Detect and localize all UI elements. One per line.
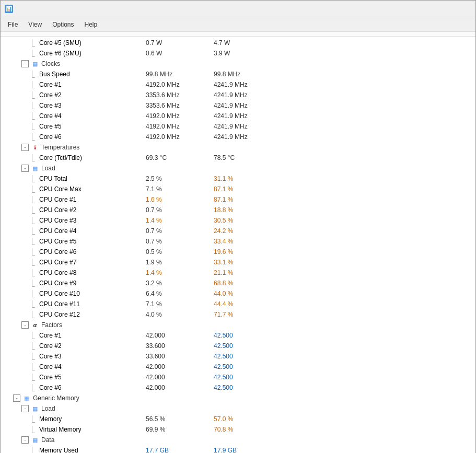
minimize-button[interactable] [425, 3, 440, 15]
sensor-max: 42.500 [214, 383, 233, 392]
max-cell: 42.500 [214, 362, 282, 371]
sensor-label: CPU Core #5 [39, 237, 76, 246]
sensor-label-cell: CPU Core #5 [5, 237, 146, 246]
table-row[interactable]: - ▦ Generic Memory [1, 393, 475, 403]
table-row[interactable]: CPU Core #2 0.7 % 18.8 % [1, 205, 475, 215]
toggle-factors[interactable]: - [21, 321, 29, 329]
value-cell: 0.7 W [146, 38, 214, 48]
table-row[interactable]: CPU Core Max 7.1 % 87.1 % [1, 184, 475, 194]
max-cell: 87.1 % [214, 195, 282, 204]
table-row[interactable]: CPU Core #5 0.7 % 33.4 % [1, 236, 475, 247]
table-row[interactable]: Core #4 42.000 42.500 [1, 362, 475, 372]
max-cell: 44.0 % [214, 289, 282, 298]
table-row[interactable]: CPU Core #12 4.0 % 71.7 % [1, 309, 475, 320]
table-row[interactable]: CPU Total 2.5 % 31.1 % [1, 173, 475, 184]
maximize-button[interactable] [441, 3, 456, 15]
sensor-max: 42.500 [214, 362, 233, 371]
table-row[interactable]: - ▦ Load [1, 163, 475, 173]
value-cell: 1.4 % [146, 268, 214, 277]
load-icon: ▦ [31, 165, 39, 172]
table-row[interactable]: Core #6 42.000 42.500 [1, 382, 475, 393]
sensor-value: 4192.0 MHz [146, 80, 180, 89]
sensor-value: 56.5 % [146, 414, 165, 424]
sensor-value: 0.7 % [146, 226, 162, 236]
sensor-value: 33.600 [146, 352, 165, 361]
table-row[interactable]: CPU Core #8 1.4 % 21.1 % [1, 268, 475, 278]
sensor-max: 17.9 GB [214, 446, 237, 453]
table-row[interactable]: Bus Speed 99.8 MHz 99.8 MHz [1, 69, 475, 79]
table-row[interactable]: Core (Tctl/Tdie) 69.3 °C 78.5 °C [1, 153, 475, 163]
sensor-label-cell: Core #6 [5, 132, 146, 142]
sensor-label: CPU Core #4 [39, 226, 76, 236]
menu-view[interactable]: View [23, 19, 47, 30]
table-row[interactable]: Core #3 3353.6 MHz 4241.9 MHz [1, 100, 475, 111]
table-row[interactable]: CPU Core #4 0.7 % 24.2 % [1, 226, 475, 236]
table-row[interactable]: CPU Core #1 1.6 % 87.1 % [1, 194, 475, 205]
value-cell: 2.5 % [146, 174, 214, 183]
sensor-label-cell: Core #3 [5, 101, 146, 110]
toggle-data[interactable]: - [21, 436, 29, 444]
table-row[interactable]: CPU Core #10 6.4 % 44.0 % [1, 288, 475, 299]
max-cell: 3.9 W [214, 49, 282, 58]
close-button[interactable] [457, 3, 471, 15]
table-row[interactable]: - ▦ Data [1, 435, 475, 445]
table-row[interactable]: CPU Core #9 3.2 % 68.8 % [1, 278, 475, 288]
sensor-label-cell: CPU Total [5, 174, 146, 183]
sensor-max: 33.4 % [214, 237, 233, 246]
toggle-load[interactable]: - [21, 405, 29, 412]
toggle-temperatures[interactable]: - [21, 144, 29, 151]
table-row[interactable]: CPU Core #6 0.5 % 19.6 % [1, 247, 475, 257]
value-cell: 1.4 % [146, 216, 214, 225]
max-cell: 42.500 [214, 341, 282, 351]
table-row[interactable]: CPU Core #11 7.1 % 44.4 % [1, 299, 475, 309]
sensor-tree[interactable]: Core #5 (SMU) 0.7 W 4.7 W Core #6 (SMU) … [1, 37, 475, 453]
sensor-value: 1.6 % [146, 195, 162, 204]
value-cell: 33.600 [146, 352, 214, 361]
sensor-label: CPU Core #3 [39, 216, 76, 225]
value-cell: 42.000 [146, 373, 214, 382]
table-row[interactable]: Core #5 4192.0 MHz 4241.9 MHz [1, 121, 475, 132]
toggle-load[interactable]: - [21, 165, 29, 172]
clocks-icon: ▦ [31, 60, 39, 67]
table-row[interactable]: CPU Core #7 1.9 % 33.1 % [1, 257, 475, 268]
sensor-value: 1.4 % [146, 216, 162, 225]
sensor-label-cell: CPU Core #8 [5, 268, 146, 277]
max-cell: 42.500 [214, 383, 282, 392]
toggle-clocks[interactable]: - [21, 60, 29, 67]
table-row[interactable]: Core #2 3353.6 MHz 4241.9 MHz [1, 90, 475, 100]
table-row[interactable]: Core #6 4192.0 MHz 4241.9 MHz [1, 132, 475, 142]
table-row[interactable]: Memory 56.5 % 57.0 % [1, 414, 475, 424]
table-row[interactable]: Core #4 4192.0 MHz 4241.9 MHz [1, 111, 475, 121]
category-cell: - ▦ Load [5, 164, 146, 173]
table-row[interactable]: Core #5 42.000 42.500 [1, 372, 475, 382]
sensor-label: Core #4 [39, 111, 62, 121]
table-row[interactable]: Virtual Memory 69.9 % 70.8 % [1, 424, 475, 435]
sensor-label: Core #4 [39, 362, 62, 371]
table-row[interactable]: CPU Core #3 1.4 % 30.5 % [1, 215, 475, 226]
category-label: Data [41, 435, 54, 445]
table-row[interactable]: Core #1 4192.0 MHz 4241.9 MHz [1, 79, 475, 90]
table-row[interactable]: Core #2 33.600 42.500 [1, 341, 475, 351]
sensor-label: Core #3 [39, 101, 62, 110]
table-row[interactable]: Core #6 (SMU) 0.6 W 3.9 W [1, 48, 475, 59]
sensor-label-cell: CPU Core #6 [5, 247, 146, 257]
table-row[interactable]: - ▦ Clocks [1, 59, 475, 69]
menu-help[interactable]: Help [79, 19, 103, 30]
sensor-value: 4192.0 MHz [146, 132, 180, 142]
load-icon: ▦ [31, 405, 39, 412]
sensor-label-cell: Core #2 [5, 341, 146, 351]
menu-file[interactable]: File [3, 19, 23, 30]
table-row[interactable]: - 🌡 Temperatures [1, 142, 475, 153]
toggle-generic-memory[interactable]: - [13, 394, 20, 402]
table-row[interactable]: - ▦ Load [1, 403, 475, 414]
menu-options[interactable]: Options [47, 19, 79, 30]
table-row[interactable]: Memory Used 17.7 GB 17.9 GB [1, 445, 475, 453]
table-row[interactable]: Core #1 42.000 42.500 [1, 330, 475, 341]
table-row[interactable]: Core #3 33.600 42.500 [1, 351, 475, 362]
category-label: Factors [41, 320, 62, 330]
table-row[interactable]: - α Factors [1, 320, 475, 330]
sensor-label: Core (Tctl/Tdie) [39, 153, 82, 162]
sensor-value: 7.1 % [146, 299, 162, 309]
table-row[interactable]: Core #5 (SMU) 0.7 W 4.7 W [1, 38, 475, 48]
sensor-value: 1.4 % [146, 268, 162, 277]
